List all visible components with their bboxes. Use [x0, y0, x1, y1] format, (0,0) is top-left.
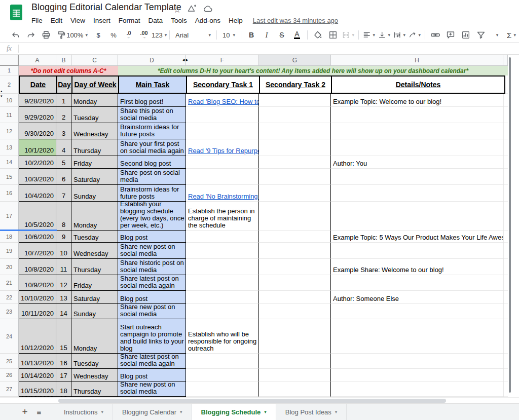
- cell-day-number[interactable]: 8: [56, 202, 71, 231]
- cell-date[interactable]: 10/2/2020: [19, 156, 56, 169]
- row-header-26[interactable]: 26: [0, 369, 19, 381]
- cell-secondary-task-1[interactable]: [186, 169, 259, 185]
- cell-date[interactable]: 10/4/2020: [19, 185, 56, 202]
- row-header-27[interactable]: 27: [0, 381, 19, 397]
- row-resize-indicator[interactable]: [0, 230, 57, 231]
- cell-day-of-week[interactable]: Thursday: [71, 139, 118, 156]
- cell-day-of-week[interactable]: Thursday: [71, 381, 118, 397]
- cell-day-of-week[interactable]: Wednesday: [71, 369, 118, 381]
- cell-date[interactable]: 10/11/2020: [19, 304, 56, 319]
- header-cell-day[interactable]: Day: [57, 77, 72, 93]
- cell-details-notes[interactable]: [331, 107, 503, 123]
- cell-secondary-task-2[interactable]: [259, 319, 331, 354]
- cell-day-number[interactable]: 6: [56, 169, 71, 185]
- header-cell-secondary-task-1[interactable]: Secondary Task 1: [187, 77, 260, 93]
- cell-day-of-week[interactable]: Wednesday: [71, 243, 118, 259]
- row-header-1[interactable]: 1: [0, 66, 19, 75]
- cell-day-number[interactable]: 13: [56, 291, 71, 304]
- expand-hidden-rows-down-button[interactable]: ▾: [1, 94, 3, 98]
- cell-secondary-task-1[interactable]: [186, 381, 259, 397]
- cell-details-notes[interactable]: [331, 123, 503, 139]
- cell-sliver[interactable]: [503, 94, 508, 107]
- font-select[interactable]: Arial▾: [172, 29, 214, 41]
- cell-secondary-task-1[interactable]: [186, 369, 259, 381]
- cell-day-of-week[interactable]: Wednesday: [71, 123, 118, 139]
- cell-main-task[interactable]: Share post on social media: [118, 169, 186, 185]
- header-cell-day-of-week[interactable]: Day of Week: [72, 77, 119, 93]
- cell-date[interactable]: 10/10/2020: [19, 291, 56, 304]
- cloud-saved-icon[interactable]: [203, 4, 213, 15]
- cell-day-number[interactable]: 17: [56, 369, 71, 381]
- cell-secondary-task-1[interactable]: Read 'Blog SEO: How to C: [186, 94, 259, 107]
- expand-hidden-columns-button[interactable]: ◄►: [181, 57, 189, 64]
- menu-data[interactable]: Data: [144, 15, 167, 26]
- sheet-tab-blogging-schedule[interactable]: Blogging Schedule▾: [192, 404, 276, 420]
- cell-details-notes[interactable]: Author: Someone Else: [331, 291, 503, 304]
- cell-details-notes[interactable]: [331, 354, 503, 369]
- cell-details-notes[interactable]: Author: You: [331, 156, 503, 169]
- column-header-a[interactable]: A: [19, 55, 56, 66]
- cell-secondary-task-1[interactable]: [186, 259, 259, 275]
- cell-details-notes[interactable]: [331, 243, 503, 259]
- cell-main-task[interactable]: Share historic post on social media: [118, 259, 186, 275]
- row-header-24[interactable]: 24: [0, 319, 19, 354]
- cell-day-of-week[interactable]: Saturday: [71, 169, 118, 185]
- cell-details-notes[interactable]: Example Topic: Welcome to our blog!: [331, 94, 503, 107]
- cell-main-task[interactable]: First blog post!: [118, 94, 186, 107]
- row-header-2[interactable]: 2▴: [0, 75, 19, 94]
- cell-main-task[interactable]: Share this post on social media: [118, 107, 186, 123]
- cell-secondary-task-1[interactable]: [186, 107, 259, 123]
- all-sheets-icon[interactable]: ≡: [31, 404, 47, 420]
- cell-main-task[interactable]: Share latest post on social media again: [118, 275, 186, 291]
- cell-sliver[interactable]: [503, 169, 508, 185]
- redo-icon[interactable]: [23, 29, 39, 41]
- move-to-drive-icon[interactable]: [187, 4, 197, 15]
- cell-date[interactable]: 10/14/2020: [19, 369, 56, 381]
- borders-icon[interactable]: [325, 29, 341, 41]
- cell-details-notes[interactable]: [331, 185, 503, 202]
- cell-details-notes[interactable]: [331, 369, 503, 381]
- cell-details-notes[interactable]: [331, 304, 503, 319]
- column-header-h[interactable]: H: [331, 55, 503, 66]
- cell-date[interactable]: 9/28/2020: [19, 94, 56, 107]
- column-header-f[interactable]: F: [186, 55, 259, 66]
- cell-secondary-task-1[interactable]: Establish who will be responsible for on…: [186, 319, 259, 354]
- formula-input[interactable]: [19, 43, 519, 54]
- cell-day-number[interactable]: 7: [56, 185, 71, 202]
- menu-file[interactable]: File: [31, 15, 47, 26]
- cell-day-number[interactable]: 14: [56, 304, 71, 319]
- header-cell-details-notes[interactable]: Details/Notes: [332, 77, 504, 93]
- cell-secondary-task-1[interactable]: [186, 156, 259, 169]
- format-percent-button[interactable]: %: [106, 29, 121, 41]
- column-header-sliver[interactable]: [503, 55, 508, 66]
- cell-day-of-week[interactable]: Friday: [71, 156, 118, 169]
- cell-secondary-task-2[interactable]: [259, 259, 331, 275]
- cell-day-of-week[interactable]: Tuesday: [71, 107, 118, 123]
- cell-main-task[interactable]: Establish your blogging schedule (every …: [118, 202, 186, 231]
- cell-sliver[interactable]: [503, 243, 508, 259]
- cell-details-notes[interactable]: [331, 381, 503, 397]
- decrease-decimals-button[interactable]: .0←: [121, 29, 136, 41]
- horizontal-scrollbar[interactable]: [0, 397, 519, 403]
- header-cell-date[interactable]: Date: [20, 77, 57, 93]
- cell-link[interactable]: Read 'Blog SEO: How to C: [188, 98, 259, 105]
- cell-sliver[interactable]: [503, 275, 508, 291]
- cell-secondary-task-2[interactable]: [259, 275, 331, 291]
- cell-sliver[interactable]: [503, 291, 508, 304]
- header-cell-secondary-task-2[interactable]: Secondary Task 2: [260, 77, 332, 93]
- cell-main-task[interactable]: Blog post: [118, 369, 186, 381]
- row-header-22[interactable]: 22: [0, 291, 19, 304]
- menu-insert[interactable]: Insert: [89, 15, 115, 26]
- cell-sliver[interactable]: [503, 202, 508, 231]
- row-header-21[interactable]: 21: [0, 275, 19, 291]
- cell-sliver[interactable]: [503, 369, 508, 381]
- cell-main-task[interactable]: Second blog post: [118, 156, 186, 169]
- cell-sliver[interactable]: [503, 381, 508, 397]
- cell-a1-note[interactable]: *Do not edit columns A-C*: [19, 66, 118, 75]
- cell-day-of-week[interactable]: Tuesday: [71, 231, 118, 243]
- add-sheet-button[interactable]: +: [18, 404, 31, 420]
- cell-sliver[interactable]: [503, 156, 508, 169]
- cell-link[interactable]: Read '9 Tips for Repurposi: [188, 147, 259, 155]
- cell-sliver[interactable]: [503, 123, 508, 139]
- insert-chart-icon[interactable]: [458, 29, 473, 41]
